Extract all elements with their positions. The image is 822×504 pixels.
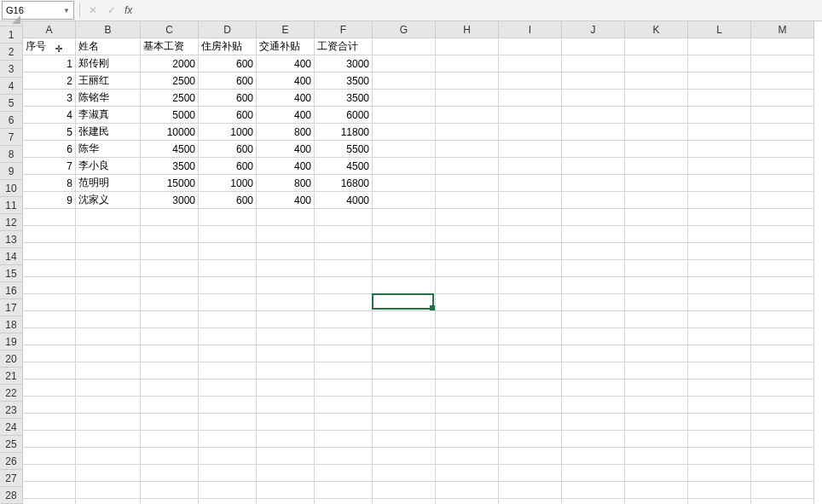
cell-A10[interactable]: 9 — [23, 192, 76, 209]
cell-C17[interactable] — [141, 311, 199, 328]
cell-G5[interactable] — [373, 107, 436, 124]
cell-I7[interactable] — [499, 141, 562, 158]
row-header-10[interactable]: 10 — [0, 180, 23, 197]
cell-I11[interactable] — [499, 209, 562, 226]
row-header-3[interactable]: 3 — [0, 61, 23, 78]
cell-D26[interactable] — [199, 465, 257, 482]
cell-I27[interactable] — [499, 482, 562, 499]
cell-E5[interactable]: 400 — [257, 107, 315, 124]
cell-L4[interactable] — [688, 90, 751, 107]
cell-D16[interactable] — [199, 294, 257, 311]
cell-G15[interactable] — [373, 277, 436, 294]
cell-H6[interactable] — [436, 124, 499, 141]
cell-D28[interactable] — [199, 499, 257, 504]
cell-A21[interactable] — [23, 379, 76, 397]
cell-K23[interactable] — [625, 414, 688, 431]
cell-G23[interactable] — [373, 414, 436, 431]
cell-C15[interactable] — [141, 277, 199, 294]
cell-A12[interactable] — [23, 226, 76, 243]
column-header-I[interactable]: I — [499, 21, 562, 38]
cell-A9[interactable]: 8 — [23, 175, 76, 192]
cell-A6[interactable]: 5 — [23, 124, 76, 141]
cell-L10[interactable] — [688, 192, 751, 209]
cell-H18[interactable] — [436, 328, 499, 345]
cell-F24[interactable] — [315, 431, 373, 448]
cell-K7[interactable] — [625, 141, 688, 158]
cell-A25[interactable] — [23, 448, 76, 465]
cell-E4[interactable]: 400 — [257, 90, 315, 107]
cell-H26[interactable] — [436, 465, 499, 482]
cell-A20[interactable] — [23, 362, 76, 379]
cell-I1[interactable] — [499, 38, 562, 55]
cancel-icon[interactable]: ✕ — [84, 2, 102, 19]
cell-D20[interactable] — [199, 362, 257, 379]
cell-C5[interactable]: 5000 — [141, 107, 199, 124]
select-all-corner[interactable] — [0, 21, 23, 26]
row-header-1[interactable]: 1 — [0, 26, 23, 43]
cell-B24[interactable] — [76, 431, 141, 448]
cell-A23[interactable] — [23, 414, 76, 431]
cell-C11[interactable] — [141, 209, 199, 226]
cell-B21[interactable] — [76, 379, 141, 397]
cell-M26[interactable] — [751, 465, 814, 482]
cell-B7[interactable]: 陈华 — [76, 141, 141, 158]
cell-J14[interactable] — [562, 260, 625, 277]
cell-M14[interactable] — [751, 260, 814, 277]
cell-F12[interactable] — [315, 226, 373, 243]
cell-L26[interactable] — [688, 465, 751, 482]
cell-F23[interactable] — [315, 414, 373, 431]
cell-L16[interactable] — [688, 294, 751, 311]
cell-G13[interactable] — [373, 243, 436, 260]
cell-E18[interactable] — [257, 328, 315, 345]
cell-J21[interactable] — [562, 379, 625, 397]
cell-K25[interactable] — [625, 448, 688, 465]
cell-H3[interactable] — [436, 72, 499, 90]
cell-K18[interactable] — [625, 328, 688, 345]
cell-E6[interactable]: 800 — [257, 124, 315, 141]
cell-G21[interactable] — [373, 379, 436, 397]
cell-B6[interactable]: 张建民 — [76, 124, 141, 141]
cell-G2[interactable] — [373, 55, 436, 72]
cell-H19[interactable] — [436, 345, 499, 362]
cell-L1[interactable] — [688, 38, 751, 55]
cell-L23[interactable] — [688, 414, 751, 431]
cell-M3[interactable] — [751, 72, 814, 90]
cell-E20[interactable] — [257, 362, 315, 379]
cell-A7[interactable]: 6 — [23, 141, 76, 158]
cell-H16[interactable] — [436, 294, 499, 311]
cell-A22[interactable] — [23, 397, 76, 414]
cell-G27[interactable] — [373, 482, 436, 499]
row-header-15[interactable]: 15 — [0, 265, 23, 282]
cell-M19[interactable] — [751, 345, 814, 362]
cell-A4[interactable]: 3 — [23, 90, 76, 107]
cell-C16[interactable] — [141, 294, 199, 311]
cell-L11[interactable] — [688, 209, 751, 226]
cell-A16[interactable] — [23, 294, 76, 311]
cell-A26[interactable] — [23, 465, 76, 482]
cell-H25[interactable] — [436, 448, 499, 465]
cell-J24[interactable] — [562, 431, 625, 448]
row-header-25[interactable]: 25 — [0, 436, 23, 453]
cell-L22[interactable] — [688, 397, 751, 414]
cell-M25[interactable] — [751, 448, 814, 465]
cell-E19[interactable] — [257, 345, 315, 362]
cell-J20[interactable] — [562, 362, 625, 379]
cell-K19[interactable] — [625, 345, 688, 362]
cell-J15[interactable] — [562, 277, 625, 294]
cell-E16[interactable] — [257, 294, 315, 311]
cell-M5[interactable] — [751, 107, 814, 124]
cell-G8[interactable] — [373, 158, 436, 175]
cell-B5[interactable]: 李淑真 — [76, 107, 141, 124]
row-header-16[interactable]: 16 — [0, 282, 23, 299]
cell-E2[interactable]: 400 — [257, 55, 315, 72]
cell-A3[interactable]: 2 — [23, 72, 76, 90]
cell-F9[interactable]: 16800 — [315, 175, 373, 192]
cell-F25[interactable] — [315, 448, 373, 465]
cell-G22[interactable] — [373, 397, 436, 414]
cell-A11[interactable] — [23, 209, 76, 226]
cell-M1[interactable] — [751, 38, 814, 55]
cell-L15[interactable] — [688, 277, 751, 294]
cell-I5[interactable] — [499, 107, 562, 124]
cell-G4[interactable] — [373, 90, 436, 107]
cell-J17[interactable] — [562, 311, 625, 328]
